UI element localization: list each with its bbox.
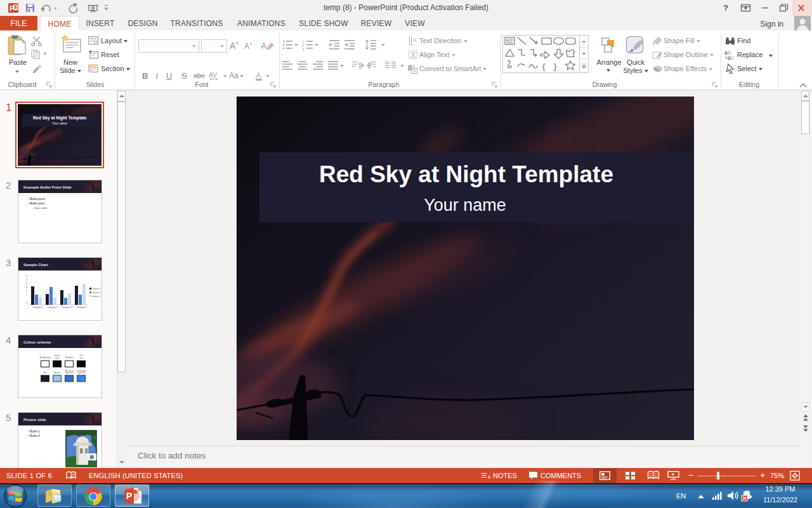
svg-text:Series 2: Series 2 bbox=[93, 291, 101, 294]
svg-text:hyperlink: hyperlink bbox=[77, 371, 86, 374]
svg-text:P: P bbox=[126, 491, 132, 501]
svg-text:a: a bbox=[728, 55, 731, 60]
svg-text:Sample Chart: Sample Chart bbox=[23, 263, 48, 267]
svg-text:lines: lines bbox=[55, 357, 60, 359]
svg-text:– Bullet 2: – Bullet 2 bbox=[27, 434, 40, 438]
svg-text:Shadows: Shadows bbox=[65, 356, 74, 359]
svg-text:A: A bbox=[506, 38, 509, 43]
svg-text:6: 6 bbox=[26, 275, 27, 277]
svg-text:Picture slide: Picture slide bbox=[23, 418, 46, 422]
svg-text:1: 1 bbox=[26, 294, 27, 297]
svg-text:A: A bbox=[413, 37, 417, 43]
svg-text:3: 3 bbox=[26, 286, 27, 289]
svg-text:Category 2: Category 2 bbox=[47, 306, 58, 309]
svg-text:Background: Background bbox=[39, 356, 50, 359]
svg-text:A: A bbox=[261, 41, 267, 51]
svg-text:5: 5 bbox=[26, 279, 27, 281]
svg-text:{: { bbox=[542, 62, 546, 71]
svg-text:Series 3: Series 3 bbox=[93, 295, 101, 298]
svg-text:hyperlink: hyperlink bbox=[65, 371, 74, 374]
svg-text:?: ? bbox=[723, 3, 728, 13]
svg-text:– Bullet 1: – Bullet 1 bbox=[27, 430, 40, 433]
svg-text:2: 2 bbox=[26, 290, 27, 293]
svg-text:Fills: Fills bbox=[43, 371, 47, 374]
svg-text:– Bullet point: – Bullet point bbox=[27, 197, 45, 201]
svg-text:4: 4 bbox=[26, 283, 27, 285]
svg-text:text: text bbox=[79, 357, 82, 359]
svg-text:Colour scheme: Colour scheme bbox=[23, 340, 51, 344]
svg-text:Category 4: Category 4 bbox=[76, 306, 87, 309]
svg-text:3: 3 bbox=[302, 48, 304, 51]
svg-text:c: c bbox=[731, 55, 735, 60]
svg-text:Category 3: Category 3 bbox=[62, 306, 72, 309]
svg-text:Accent: Accent bbox=[54, 371, 60, 374]
svg-text:Series 1: Series 1 bbox=[93, 288, 101, 290]
svg-text:}: } bbox=[554, 62, 557, 71]
svg-text:Example Bullet Point Slide: Example Bullet Point Slide bbox=[23, 185, 72, 189]
svg-text:P: P bbox=[10, 4, 14, 12]
svg-text:AV: AV bbox=[209, 71, 217, 79]
svg-text:– Bullet point: – Bullet point bbox=[27, 202, 45, 205]
svg-text:0: 0 bbox=[26, 302, 27, 304]
svg-text:Category 1: Category 1 bbox=[32, 306, 43, 309]
svg-text:– Sub- bullet: – Sub- bullet bbox=[32, 206, 48, 210]
